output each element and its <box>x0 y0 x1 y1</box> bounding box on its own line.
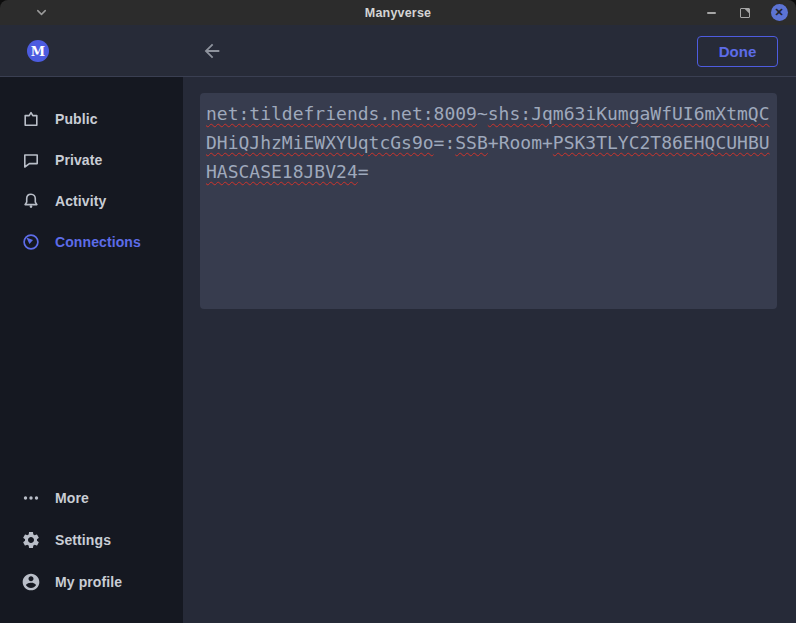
titlebar: Manyverse ✕ <box>0 0 796 25</box>
close-button[interactable]: ✕ <box>770 4 788 22</box>
sidebar-item-label: More <box>55 490 89 506</box>
sidebar-item-label: Private <box>55 152 102 168</box>
invite-token: + <box>542 132 553 153</box>
main-content: net:tildefriends.net:8009~shs:Jqm63iKumg… <box>183 77 796 623</box>
invite-token: SSB <box>455 132 488 153</box>
sidebar-footer-group: More Settings My profile <box>0 477 183 603</box>
restore-button[interactable] <box>736 4 754 22</box>
profile-avatar-icon <box>21 572 41 592</box>
public-icon <box>21 109 41 129</box>
sidebar-item-label: Public <box>55 111 98 127</box>
sidebar-item-label: Activity <box>55 193 106 209</box>
close-icon: ✕ <box>771 4 788 21</box>
sidebar-item-activity[interactable]: Activity <box>0 180 183 221</box>
manyverse-window: Manyverse ✕ M Done <box>0 0 796 623</box>
sidebar-item-my-profile[interactable]: My profile <box>0 561 183 603</box>
sidebar-item-label: My profile <box>55 574 122 590</box>
invite-token: net:tildefriends.net:8009 <box>206 103 477 124</box>
manyverse-logo: M <box>27 40 49 62</box>
sidebar-item-label: Connections <box>55 234 141 250</box>
invite-token: =: <box>434 132 456 153</box>
sidebar-item-more[interactable]: More <box>0 477 183 519</box>
header: M Done <box>0 25 796 77</box>
window-menu-chevron-down-icon[interactable] <box>34 5 49 20</box>
sidebar-item-private[interactable]: Private <box>0 139 183 180</box>
invite-token: ~ <box>477 103 488 124</box>
sidebar-item-public[interactable]: Public <box>0 98 183 139</box>
invite-token: = <box>358 161 369 182</box>
activity-bell-icon <box>21 191 41 211</box>
back-arrow-icon[interactable] <box>201 40 223 62</box>
invite-token: + <box>488 132 499 153</box>
sidebar-item-label: Settings <box>55 532 111 548</box>
app-surface: M Done Public <box>0 25 796 623</box>
more-ellipsis-icon <box>21 488 41 508</box>
connections-dial-icon <box>21 232 41 252</box>
done-button[interactable]: Done <box>697 36 778 67</box>
sidebar-main-group: Public Private <box>0 98 183 262</box>
invite-code-input[interactable]: net:tildefriends.net:8009~shs:Jqm63iKumg… <box>200 93 777 309</box>
private-icon <box>21 150 41 170</box>
restore-icon <box>740 8 750 18</box>
sidebar-item-connections[interactable]: Connections <box>0 221 183 262</box>
minimize-button[interactable] <box>702 4 720 22</box>
settings-gear-icon <box>21 530 41 550</box>
window-controls: ✕ <box>702 0 788 25</box>
invite-token: Room <box>499 132 542 153</box>
sidebar: Public Private <box>0 77 183 623</box>
sidebar-item-settings[interactable]: Settings <box>0 519 183 561</box>
minimize-icon <box>707 12 716 14</box>
window-title: Manyverse <box>0 6 796 20</box>
